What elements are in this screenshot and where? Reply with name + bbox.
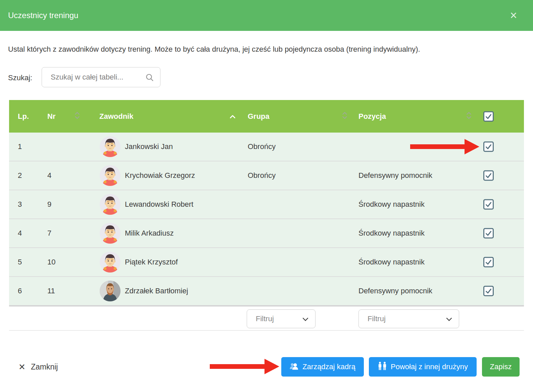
users-icon (290, 362, 299, 372)
table-filter-row: Filtruj Filtruj (9, 306, 524, 331)
search-label: Szukaj: (8, 74, 32, 82)
row-nr: 4 (47, 171, 51, 180)
row-position: Defensywny pomocnik (358, 287, 432, 295)
sort-icon-player-asc[interactable] (229, 112, 236, 121)
player-avatar (99, 280, 121, 302)
close-icon[interactable]: × (507, 9, 520, 22)
close-x-icon: ✕ (18, 362, 26, 372)
row-checkbox[interactable] (483, 228, 494, 239)
red-arrow-to-manage-button (210, 359, 279, 374)
player-avatar (99, 136, 121, 157)
group-filter-label: Filtruj (256, 314, 274, 323)
player-name: Lewandowski Robert (125, 200, 193, 209)
group-filter-dropdown[interactable]: Filtruj (247, 309, 316, 328)
player-avatar (99, 251, 121, 273)
table-body: 1 Jankowski Jan Obrońcy 2 4 (9, 133, 524, 306)
select-all-checkbox[interactable] (483, 111, 494, 121)
search-box (42, 67, 160, 87)
row-position: Środkowy napastnik (358, 258, 425, 266)
table-row: 5 10 Piątek Krzysztof Środkowy napastnik (9, 248, 524, 277)
row-checkbox[interactable] (483, 257, 494, 267)
player-name: Milik Arkadiusz (125, 229, 174, 238)
manage-squad-button[interactable]: Zarządzaj kadrą (281, 357, 364, 377)
row-lp: 4 (18, 229, 22, 238)
callup-other-team-button[interactable]: Powołaj z innej drużyny (369, 357, 477, 377)
close-modal-button[interactable]: ✕ Zamknij (18, 361, 58, 373)
two-persons-icon (378, 362, 387, 372)
row-position: Środkowy napastnik (358, 200, 425, 209)
row-position: Defensywny pomocnik (358, 171, 432, 180)
table-row: 6 11 Zdrzałek Bartłomiej Defensywny pomo… (9, 277, 524, 306)
callup-label: Powołaj z innej drużyny (391, 362, 468, 371)
column-header-position[interactable]: Pozycja (358, 112, 386, 121)
sort-icon-group[interactable] (342, 111, 348, 122)
player-name: Krychowiak Grzegorz (125, 171, 195, 180)
search-input[interactable] (42, 67, 160, 87)
participants-table: Lp. Nr Zawodnik Grupa Pozycja 1 (9, 100, 524, 331)
column-header-player[interactable]: Zawodnik (99, 112, 133, 121)
row-nr: 9 (47, 200, 51, 209)
player-avatar (99, 194, 121, 215)
row-position: Środkowy napastnik (358, 229, 425, 238)
player-name: Piątek Krzysztof (125, 258, 178, 266)
row-group: Obrońcy (248, 171, 276, 180)
save-button[interactable]: Zapisz (482, 357, 520, 377)
player-name: Zdrzałek Bartłomiej (125, 287, 188, 295)
column-header-lp[interactable]: Lp. (18, 112, 29, 121)
table-header-row: Lp. Nr Zawodnik Grupa Pozycja (9, 100, 524, 133)
row-lp: 2 (18, 171, 22, 180)
position-filter-label: Filtruj (368, 314, 386, 323)
row-lp: 3 (18, 200, 22, 209)
table-row: 2 4 Krychowiak Grzegorz Obrońcy Defensyw… (9, 161, 524, 190)
row-nr: 11 (47, 287, 55, 295)
modal-title: Uczestnicy treningu (8, 0, 78, 31)
row-nr: 7 (47, 229, 51, 238)
modal-description: Ustal których z zawodników dotyczy treni… (8, 45, 525, 54)
row-checkbox[interactable] (483, 286, 494, 296)
modal-header: Uczestnicy treningu × (0, 0, 533, 31)
player-avatar (99, 223, 121, 244)
chevron-down-icon (302, 314, 308, 323)
row-lp: 5 (18, 258, 22, 266)
table-row: 3 9 Lewandowski Robert Środkowy napastni… (9, 190, 524, 219)
chevron-down-icon (446, 314, 452, 323)
position-filter-dropdown[interactable]: Filtruj (358, 309, 459, 328)
column-header-group[interactable]: Grupa (248, 112, 270, 121)
search-icon (145, 73, 154, 83)
sort-icon-nr[interactable] (74, 111, 80, 122)
row-lp: 6 (18, 287, 22, 295)
column-header-nr[interactable]: Nr (47, 112, 55, 121)
player-avatar (99, 165, 121, 186)
sort-icon-position[interactable] (466, 111, 472, 122)
row-checkbox[interactable] (483, 199, 494, 210)
table-row: 4 7 Milik Arkadiusz Środkowy napastnik (9, 219, 524, 248)
close-label: Zamknij (31, 362, 58, 372)
row-group: Obrońcy (248, 142, 276, 151)
row-nr: 10 (47, 258, 55, 266)
row-lp: 1 (18, 142, 22, 151)
row-checkbox[interactable] (483, 142, 494, 152)
save-label: Zapisz (490, 362, 512, 371)
player-name: Jankowski Jan (125, 142, 173, 151)
row-checkbox[interactable] (483, 170, 494, 181)
manage-squad-label: Zarządzaj kadrą (302, 362, 355, 371)
table-row: 1 Jankowski Jan Obrońcy (9, 133, 524, 161)
